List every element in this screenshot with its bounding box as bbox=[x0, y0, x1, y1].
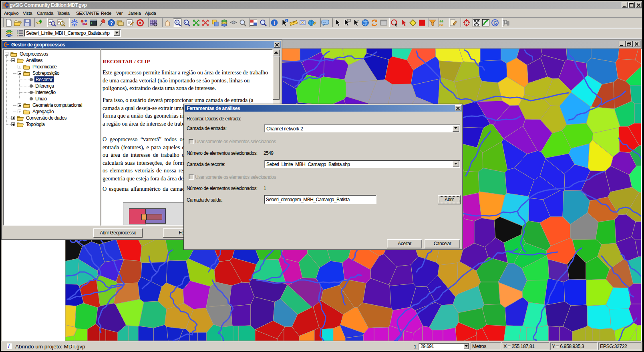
svg-text:ea: ea bbox=[439, 23, 444, 27]
svg-text:≡≡: ≡≡ bbox=[323, 21, 326, 24]
svg-text:?: ? bbox=[110, 20, 113, 26]
svg-text:?: ? bbox=[357, 19, 359, 23]
svg-text:-: - bbox=[185, 20, 186, 24]
svg-text:G: G bbox=[493, 20, 497, 26]
svg-text:i: i bbox=[286, 19, 287, 22]
svg-text:i: i bbox=[274, 20, 275, 26]
svg-text:+: + bbox=[176, 20, 178, 24]
